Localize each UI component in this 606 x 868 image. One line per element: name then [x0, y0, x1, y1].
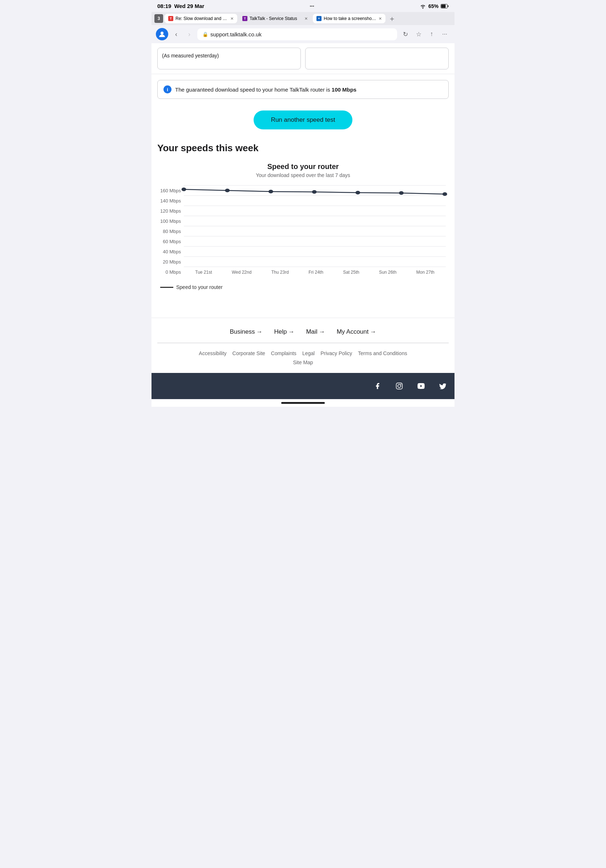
section-title: Your speeds this week [152, 135, 454, 157]
svg-rect-1 [448, 5, 448, 7]
x-label-fri: Fri 24th [308, 270, 323, 275]
speed-chart [184, 185, 446, 267]
chart-wrapper: 160 Mbps 140 Mbps 120 Mbps 100 Mbps 80 M… [157, 185, 449, 277]
footer-link-business[interactable]: Business → [230, 328, 263, 335]
speed-card-left: (As measured yesterday) [157, 48, 301, 70]
footer-sec-corporate[interactable]: Corporate Site [232, 350, 265, 356]
tab-favicon-2: T [242, 16, 247, 21]
tab-close-2[interactable]: ✕ [305, 16, 308, 21]
footer-arrow-business: → [256, 328, 262, 335]
instagram-icon[interactable] [393, 380, 405, 392]
spacer [152, 296, 454, 318]
tab-title-2: TalkTalk - Service Status [250, 16, 302, 21]
footer-nav: Business → Help → Mail → My Account → Ac… [152, 318, 454, 373]
x-label-sat: Sat 25th [343, 270, 359, 275]
svg-rect-13 [396, 383, 402, 389]
status-left: 08:19 Wed 29 Mar [157, 3, 204, 9]
y-label-40: 40 Mbps [163, 246, 181, 257]
wifi-icon [420, 4, 426, 9]
facebook-icon[interactable] [372, 380, 383, 392]
footer-link-help-label: Help [274, 328, 287, 335]
footer-link-mail[interactable]: Mail → [306, 328, 325, 335]
data-point-3 [312, 190, 317, 194]
data-point-1 [225, 189, 230, 192]
y-label-100: 100 Mbps [160, 216, 181, 226]
y-label-0: 0 Mbps [165, 267, 181, 277]
svg-rect-2 [441, 5, 445, 8]
data-point-0 [182, 188, 186, 191]
x-label-thu: Thu 23rd [271, 270, 289, 275]
data-point-2 [269, 190, 273, 194]
tab-favicon-1: T [168, 16, 173, 21]
chart-y-axis: 160 Mbps 140 Mbps 120 Mbps 100 Mbps 80 M… [160, 185, 184, 277]
tab-close-3[interactable]: ✕ [379, 16, 382, 21]
x-label-mon: Mon 27th [416, 270, 434, 275]
footer-link-business-label: Business [230, 328, 255, 335]
status-time: 08:19 [157, 3, 171, 9]
tab-1[interactable]: T Re: Slow download and high... ✕ [165, 14, 237, 23]
y-label-120: 120 Mbps [160, 206, 181, 216]
footer-sitemap-link[interactable]: Site Map [293, 360, 313, 365]
partial-cards: (As measured yesterday) [152, 43, 454, 74]
address-actions: ↻ ☆ ↑ ··· [400, 29, 450, 40]
footer-link-myaccount[interactable]: My Account → [337, 328, 376, 335]
measured-text: (As measured yesterday) [162, 53, 219, 59]
user-avatar[interactable] [156, 28, 168, 40]
x-axis-labels: Tue 21st Wed 22nd Thu 23rd Fri 24th Sat … [184, 270, 446, 275]
url-bar[interactable]: 🔒 support.talktalk.co.uk [197, 28, 397, 40]
tab-title-1: Re: Slow download and high... [175, 16, 228, 21]
battery-percent: 65% [428, 3, 439, 9]
y-label-140: 140 Mbps [160, 195, 181, 206]
info-text: The guaranteed download speed to your ho… [175, 87, 356, 93]
home-indicator [152, 399, 454, 407]
bookmark-button[interactable]: ☆ [413, 29, 424, 40]
forward-button[interactable]: › [184, 29, 194, 39]
footer-nav-links: Business → Help → Mail → My Account → [157, 328, 449, 335]
svg-point-15 [400, 384, 402, 385]
share-button[interactable]: ↑ [426, 29, 437, 40]
back-button[interactable]: ‹ [171, 29, 181, 39]
run-speed-test-button[interactable]: Run another speed test [254, 110, 353, 129]
status-right: 65% [420, 3, 449, 9]
footer-arrow-myaccount: → [370, 328, 376, 335]
status-date: Wed 29 Mar [174, 3, 204, 9]
address-bar: ‹ › 🔒 support.talktalk.co.uk ↻ ☆ ↑ ··· [152, 25, 454, 43]
lock-icon: 🔒 [203, 32, 208, 37]
reload-button[interactable]: ↻ [400, 29, 411, 40]
footer-sec-privacy[interactable]: Privacy Policy [320, 350, 352, 356]
footer-sec-complaints[interactable]: Complaints [271, 350, 297, 356]
tab-close-1[interactable]: ✕ [230, 16, 233, 21]
footer-sec-legal[interactable]: Legal [302, 350, 315, 356]
svg-point-3 [161, 32, 164, 34]
main-content: (As measured yesterday) i The guaranteed… [152, 43, 454, 407]
more-button[interactable]: ··· [439, 29, 450, 40]
new-tab-button[interactable]: ＋ [387, 14, 397, 23]
chart-title: Speed to your router [157, 163, 449, 171]
chart-container: Speed to your router Your download speed… [152, 157, 454, 296]
battery-icon [441, 4, 449, 8]
tab-counter[interactable]: 3 [155, 14, 163, 23]
twitter-icon[interactable] [437, 380, 449, 392]
footer-arrow-help: → [288, 328, 294, 335]
x-label-wed: Wed 22nd [232, 270, 252, 275]
data-point-6 [442, 192, 447, 196]
footer-divider [157, 343, 449, 343]
cta-container: Run another speed test [152, 105, 454, 135]
chart-legend: Speed to your router [157, 284, 449, 290]
tab-title-3: How to take a screenshot on... [324, 16, 376, 21]
footer-link-help[interactable]: Help → [274, 328, 294, 335]
footer-secondary-links: Accessibility Corporate Site Complaints … [157, 350, 449, 356]
tab-2[interactable]: T TalkTalk - Service Status ✕ [239, 14, 311, 23]
footer-sec-terms[interactable]: Terms and Conditions [358, 350, 407, 356]
youtube-icon[interactable] [415, 380, 427, 392]
footer-link-myaccount-label: My Account [337, 328, 369, 335]
footer-sec-accessibility[interactable]: Accessibility [199, 350, 226, 356]
user-icon [158, 31, 166, 38]
url-text: support.talktalk.co.uk [210, 31, 261, 37]
tab-3[interactable]: + How to take a screenshot on... ✕ [313, 14, 385, 23]
status-dots: ··· [309, 3, 314, 9]
svg-point-14 [398, 384, 401, 388]
status-bar: 08:19 Wed 29 Mar ··· 65% [152, 0, 454, 12]
info-icon: i [164, 85, 172, 93]
info-banner: i The guaranteed download speed to your … [157, 80, 449, 99]
